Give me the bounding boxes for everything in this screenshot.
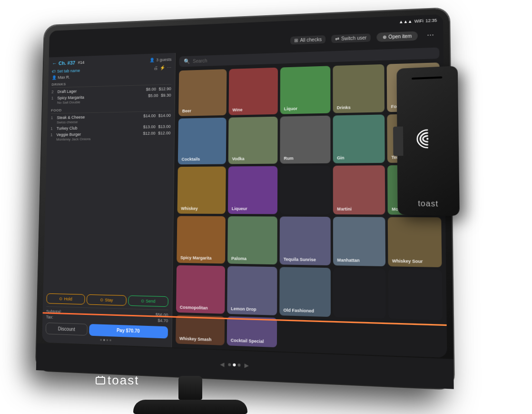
nav-forward-arrow[interactable]: ▶	[245, 362, 249, 369]
menu-item-cosmopolitan[interactable]: Cosmopolitan	[176, 265, 225, 313]
plus-icon: ⊕	[383, 34, 386, 40]
hold-icon: ⊙	[59, 296, 63, 301]
menu-item-paloma[interactable]: Paloma	[227, 216, 277, 264]
menu-item-manhattan[interactable]: Manhattan	[333, 217, 385, 266]
menu-item-gin[interactable]: Gin	[333, 115, 385, 163]
item-name: Steak & Cheese	[57, 115, 85, 120]
menu-item-blank1	[280, 166, 331, 214]
pagination	[46, 337, 168, 343]
item-price1: $13.00	[143, 124, 156, 129]
search-icon: 🔍	[184, 58, 190, 64]
menu-item-label: Whiskey Smash	[179, 336, 212, 342]
menu-item-cocktails[interactable]: Cocktails	[178, 118, 227, 165]
menu-item-spicy-margarita[interactable]: Spicy Margarita	[177, 216, 226, 263]
card-slot	[412, 76, 442, 80]
send-icon: ⊙	[141, 299, 145, 303]
menu-item-whiskey[interactable]: Whiskey	[177, 167, 226, 214]
stand-arm	[178, 376, 202, 400]
tablet-device: ▲▲▲ WiFi 12:35 ⊞ All checks ⇄ Switch use…	[36, 8, 454, 389]
order-panel: ← Ch. #37 #14 👤 3 guests 🏷 Set tab nam	[42, 53, 176, 347]
card-reader: toast	[396, 66, 459, 216]
menu-item-blank3	[388, 269, 443, 320]
nav-back-arrow[interactable]: ◀	[220, 361, 224, 368]
item-price2: $12.00	[158, 131, 170, 135]
item-qty: 1	[51, 115, 55, 124]
menu-item-label: Gin	[337, 156, 345, 161]
hold-button[interactable]: ⊙ Hold	[46, 293, 85, 305]
person-icon: 👤	[52, 75, 57, 80]
menu-item-drinks[interactable]: Drinks	[333, 64, 384, 113]
menu-item-rum[interactable]: Rum	[280, 116, 330, 164]
item-name: Veggie Burger	[56, 132, 90, 137]
set-tab-button[interactable]: 🏷 Set tab name	[52, 68, 80, 73]
menu-item-vodka[interactable]: Vodka	[228, 117, 278, 164]
menu-item-label: Tequila Sunrise	[284, 257, 316, 262]
order-meta-right: 👤 3 guests	[149, 57, 171, 62]
dot4	[109, 339, 111, 341]
stand-base	[133, 400, 247, 414]
menu-item-blank2	[333, 268, 386, 318]
dot2	[103, 339, 105, 341]
order-title: ← Ch. #37 #14	[52, 60, 84, 66]
nav-dot-2	[233, 364, 236, 366]
stay-button[interactable]: ⊙ Stay	[87, 294, 126, 306]
menu-item-old-fashioned[interactable]: Old Fashioned	[279, 267, 331, 317]
menu-item-label: Liqueur	[232, 206, 247, 211]
time-display: 12:35	[425, 18, 437, 23]
menu-item-beer[interactable]: Beer	[178, 69, 227, 116]
menu-item-label: Beer	[182, 109, 191, 113]
menu-item-whiskey-sour[interactable]: Whiskey Sour	[388, 217, 442, 267]
menu-item-cocktail-special[interactable]: Cocktail Special	[227, 316, 277, 347]
signal-icon: ▲▲▲	[399, 19, 412, 24]
pay-button[interactable]: Pay $70.70	[89, 324, 168, 339]
menu-item-label: Rum	[284, 156, 293, 161]
tax-value: $4.70	[158, 318, 168, 323]
open-item-button[interactable]: ⊕ Open item	[376, 31, 418, 41]
all-checks-button[interactable]: ⊞ All checks	[290, 35, 325, 45]
send-button[interactable]: ⊙ Send	[128, 295, 168, 307]
item-price1: $12.00	[143, 131, 156, 136]
more-options-button[interactable]: ⋯	[424, 30, 437, 40]
discount-button[interactable]: Discount	[46, 323, 88, 336]
menu-item-liqueur[interactable]: Liqueur	[228, 166, 277, 214]
tax-label: Tax:	[46, 314, 53, 319]
item-qty: 1	[51, 96, 56, 105]
item-name: Turkey Club	[57, 126, 78, 131]
checks-icon: ⊞	[294, 38, 298, 43]
menu-item-martini[interactable]: Martini	[333, 165, 385, 214]
dot1	[100, 339, 102, 341]
menu-item-label: Old Fashioned	[283, 308, 314, 313]
item-mods: Swiss cheese	[57, 120, 85, 125]
item-price1: $5.00	[148, 93, 158, 98]
switch-icon: ⇄	[335, 36, 339, 41]
switch-user-button[interactable]: ⇄ Switch user	[331, 33, 370, 43]
menu-item-label: Drinks	[337, 105, 351, 111]
item-qty: 2	[51, 90, 56, 94]
menu-item-label: Wine	[232, 108, 242, 112]
item-price2: $14.00	[158, 113, 171, 118]
menu-item-whiskey-smash[interactable]: Whiskey Smash	[176, 315, 225, 345]
reader-brand: toast	[418, 199, 438, 209]
split-icon[interactable]: ⚡	[160, 65, 165, 71]
menu-item-label: Cocktails	[182, 157, 200, 162]
menu-item-wine[interactable]: Wine	[229, 68, 278, 115]
menu-item-liquor[interactable]: Liquor	[280, 66, 331, 114]
tablet-screen: ▲▲▲ WiFi 12:35 ⊞ All checks ⇄ Switch use…	[42, 14, 447, 358]
menu-item-lemon-drop[interactable]: Lemon Drop	[227, 266, 277, 315]
contactless-icon	[415, 127, 440, 155]
menu-item-empty	[388, 321, 443, 353]
search-input[interactable]	[193, 50, 434, 64]
item-price2: $9.30	[161, 93, 171, 98]
menu-item-label: Whiskey Sour	[392, 258, 423, 264]
order-item[interactable]: 1 Veggie Burger Monterey Jack Onions $12…	[50, 130, 171, 142]
print-icon[interactable]: 🖨	[153, 65, 158, 71]
guests-icon: 👤	[149, 58, 154, 62]
menu-item-tequila-sunrise[interactable]: Tequila Sunrise	[280, 216, 331, 265]
menu-item-label: Cocktail Special	[231, 338, 264, 344]
menu-item-label: Spicy Margarita	[180, 255, 212, 261]
back-icon[interactable]: ←	[52, 61, 57, 66]
item-name: Spicy Margarita	[57, 95, 84, 101]
options-icon[interactable]: ⋯	[167, 65, 172, 70]
item-mods: No Salt Double	[57, 100, 84, 105]
item-price1: $14.00	[143, 113, 156, 118]
